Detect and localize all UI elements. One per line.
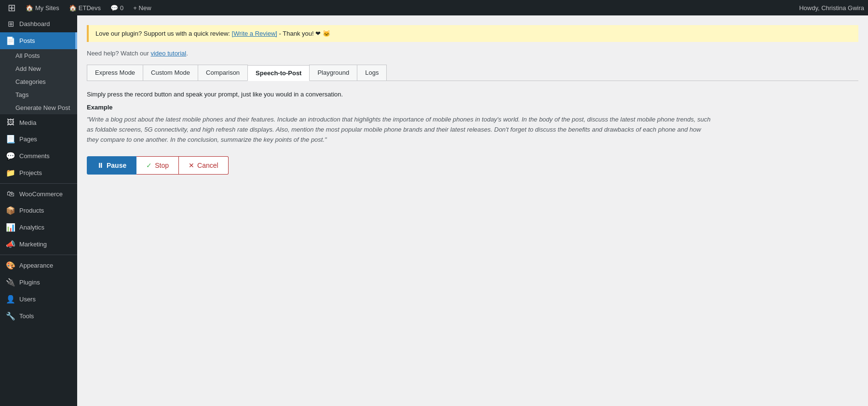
sidebar-divider-2 bbox=[0, 255, 77, 255]
tab-express-mode[interactable]: Express Mode bbox=[87, 65, 143, 81]
cancel-button[interactable]: ✕ Cancel bbox=[179, 156, 229, 175]
sidebar-item-projects[interactable]: 📁 Projects bbox=[0, 164, 77, 181]
tab-speech-to-post[interactable]: Speech-to-Post bbox=[247, 65, 310, 81]
help-text-prefix: Need help? Watch our bbox=[87, 50, 150, 57]
sidebar-item-tools[interactable]: 🔧 Tools bbox=[0, 308, 77, 325]
posts-icon: 📄 bbox=[6, 36, 15, 45]
check-icon: ✓ bbox=[146, 162, 152, 169]
sidebar-item-label: WooCommerce bbox=[19, 190, 63, 198]
user-greeting: Howdy, Christina Gwira bbox=[799, 4, 864, 12]
stop-button[interactable]: ✓ Stop bbox=[136, 156, 179, 175]
pause-button[interactable]: ⏸ Pause bbox=[87, 156, 136, 175]
sidebar-item-categories[interactable]: Categories bbox=[0, 75, 77, 88]
pages-icon: 📃 bbox=[6, 135, 15, 144]
comments-nav-icon: 💬 bbox=[6, 151, 15, 161]
tools-icon: 🔧 bbox=[6, 311, 15, 321]
new-post-label: + New bbox=[133, 4, 151, 12]
products-icon: 📦 bbox=[6, 206, 15, 215]
sidebar-item-dashboard[interactable]: ⊞ Dashboard bbox=[0, 15, 77, 32]
pause-label: Pause bbox=[107, 162, 126, 169]
appearance-icon: 🎨 bbox=[6, 261, 15, 270]
sidebar-item-label: Posts bbox=[19, 37, 35, 44]
top-bar: ⊞ 🏠 My Sites 🏠 ETDevs 💬 0 + New Howdy, C… bbox=[0, 0, 868, 15]
my-sites-label: My Sites bbox=[35, 4, 59, 12]
comments-link[interactable]: 💬 0 bbox=[107, 0, 127, 15]
media-icon: 🖼 bbox=[6, 118, 15, 127]
sidebar-item-marketing[interactable]: 📣 Marketing bbox=[0, 236, 77, 253]
sidebar-divider bbox=[0, 183, 77, 184]
cancel-label: Cancel bbox=[197, 162, 218, 169]
sidebar-item-appearance[interactable]: 🎨 Appearance bbox=[0, 257, 77, 274]
comments-count: 0 bbox=[120, 4, 123, 12]
example-label: Example bbox=[87, 104, 858, 111]
new-post-link[interactable]: + New bbox=[129, 0, 155, 15]
stop-label: Stop bbox=[155, 162, 169, 169]
video-tutorial-link[interactable]: video tutorial bbox=[150, 50, 186, 57]
sidebar-item-label: Marketing bbox=[19, 241, 47, 248]
comments-icon: 💬 bbox=[110, 4, 118, 12]
sidebar-item-products[interactable]: 📦 Products bbox=[0, 202, 77, 219]
sidebar-item-add-new[interactable]: Add New bbox=[0, 62, 77, 75]
help-text: Need help? Watch our video tutorial. bbox=[87, 50, 858, 57]
plugins-icon: 🔌 bbox=[6, 278, 15, 287]
sidebar-item-comments[interactable]: 💬 Comments bbox=[0, 148, 77, 164]
sidebar-item-label: Comments bbox=[19, 152, 50, 160]
sidebar-item-analytics[interactable]: 📊 Analytics bbox=[0, 219, 77, 236]
notice-text-before: Love our plugin? Support us with a quick… bbox=[95, 30, 232, 37]
sidebar-item-posts[interactable]: 📄 Posts bbox=[0, 32, 77, 49]
main-content: Love our plugin? Support us with a quick… bbox=[77, 15, 868, 406]
sidebar-item-label: Appearance bbox=[19, 262, 53, 269]
help-text-suffix: . bbox=[186, 50, 188, 57]
dashboard-icon: ⊞ bbox=[6, 19, 15, 28]
posts-submenu: All Posts Add New Categories Tags Genera… bbox=[0, 49, 77, 114]
sidebar-item-tags[interactable]: Tags bbox=[0, 88, 77, 101]
sidebar-item-all-posts[interactable]: All Posts bbox=[0, 49, 77, 62]
woocommerce-icon: 🛍 bbox=[6, 189, 15, 198]
action-buttons: ⏸ Pause ✓ Stop ✕ Cancel bbox=[87, 156, 858, 175]
tab-comparison[interactable]: Comparison bbox=[198, 65, 248, 81]
speech-to-post-content: Simply press the record button and speak… bbox=[87, 91, 858, 175]
example-quote: "Write a blog post about the latest mobi… bbox=[87, 115, 714, 145]
sidebar-item-label: Plugins bbox=[19, 279, 40, 286]
write-review-link[interactable]: [Write a Review] bbox=[232, 30, 277, 37]
sidebar-item-label: Tools bbox=[19, 312, 34, 320]
my-sites-link[interactable]: 🏠 My Sites bbox=[22, 0, 63, 15]
sidebar-item-woocommerce[interactable]: 🛍 WooCommerce bbox=[0, 186, 77, 202]
users-icon: 👤 bbox=[6, 295, 15, 304]
sidebar-item-pages[interactable]: 📃 Pages bbox=[0, 131, 77, 148]
sidebar-item-generate-new-post[interactable]: Generate New Post bbox=[0, 101, 77, 114]
tab-logs[interactable]: Logs bbox=[357, 65, 387, 81]
site-name-link[interactable]: 🏠 ETDevs bbox=[65, 0, 105, 15]
sidebar-item-label: Analytics bbox=[19, 224, 44, 231]
sidebar-item-label: Pages bbox=[19, 135, 37, 143]
sidebar-item-label: Users bbox=[19, 296, 36, 303]
analytics-icon: 📊 bbox=[6, 223, 15, 232]
tab-playground[interactable]: Playground bbox=[309, 65, 357, 81]
marketing-icon: 📣 bbox=[6, 240, 15, 249]
sidebar-item-label: Projects bbox=[19, 169, 42, 176]
x-icon: ✕ bbox=[189, 162, 194, 169]
projects-icon: 📁 bbox=[6, 168, 15, 177]
notice-text-after: - Thank you! ❤ 🐱 bbox=[277, 30, 330, 37]
tab-custom-mode[interactable]: Custom Mode bbox=[143, 65, 198, 81]
wordpress-icon[interactable]: ⊞ bbox=[4, 0, 20, 15]
sidebar-item-users[interactable]: 👤 Users bbox=[0, 291, 77, 308]
sidebar: ⊞ Dashboard 📄 Posts All Posts Add New Ca… bbox=[0, 15, 77, 406]
sidebar-item-plugins[interactable]: 🔌 Plugins bbox=[0, 274, 77, 291]
pause-icon: ⏸ bbox=[97, 162, 104, 169]
my-sites-icon: 🏠 bbox=[26, 4, 33, 12]
home-icon: 🏠 bbox=[69, 4, 77, 12]
description-text: Simply press the record button and speak… bbox=[87, 91, 858, 98]
sidebar-item-media[interactable]: 🖼 Media bbox=[0, 114, 77, 131]
sidebar-item-label: Dashboard bbox=[19, 20, 50, 27]
notice-banner: Love our plugin? Support us with a quick… bbox=[87, 25, 858, 42]
tabs-bar: Express Mode Custom Mode Comparison Spee… bbox=[87, 65, 858, 81]
sidebar-item-label: Products bbox=[19, 207, 44, 214]
layout: ⊞ Dashboard 📄 Posts All Posts Add New Ca… bbox=[0, 15, 868, 406]
sidebar-item-label: Media bbox=[19, 119, 36, 126]
site-name: ETDevs bbox=[79, 4, 101, 12]
